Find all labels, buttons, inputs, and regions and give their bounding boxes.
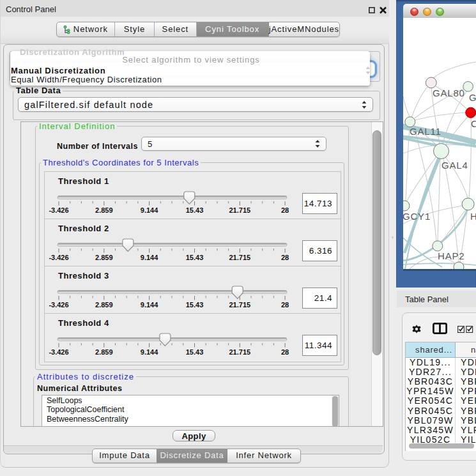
svg-text:GAL2: GAL2 bbox=[469, 92, 476, 103]
svg-text:GAL80: GAL80 bbox=[433, 88, 465, 98]
svg-text:H: H bbox=[470, 211, 476, 222]
svg-text:C: C bbox=[471, 118, 476, 129]
svg-text:GAL11: GAL11 bbox=[410, 126, 441, 137]
svg-text:GCY1: GCY1 bbox=[403, 211, 431, 222]
svg-text:GAL4: GAL4 bbox=[441, 160, 468, 171]
svg-text:HAP2: HAP2 bbox=[438, 250, 464, 261]
